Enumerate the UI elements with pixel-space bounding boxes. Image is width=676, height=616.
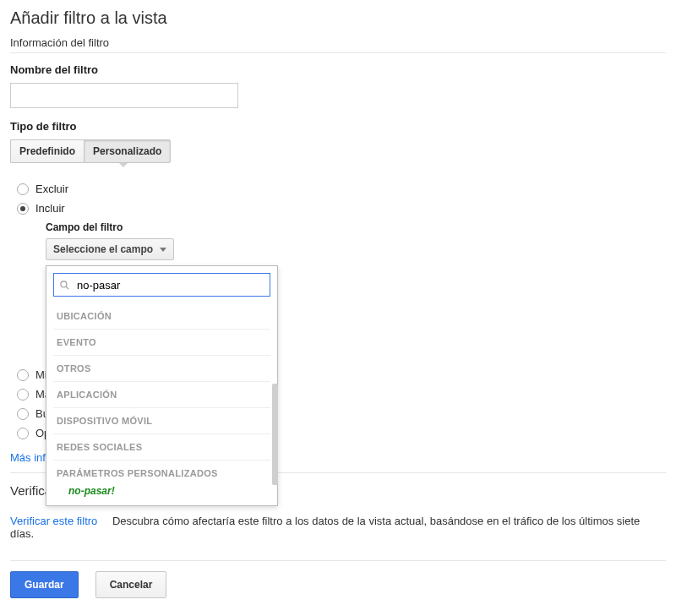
dropdown-group[interactable]: OTROS — [53, 356, 270, 382]
dropdown-group[interactable]: UBICACIÓN — [53, 303, 270, 330]
filter-name-input[interactable] — [10, 83, 238, 108]
filter-type-predefined[interactable]: Predefinido — [10, 139, 84, 163]
filter-field-dropdown-button[interactable]: Seleccione el campo — [46, 238, 174, 260]
dropdown-group[interactable]: EVENTO — [53, 330, 270, 356]
filter-field-label: Campo del filtro — [46, 221, 666, 233]
dropdown-search[interactable] — [53, 273, 270, 297]
svg-point-0 — [61, 281, 67, 286]
divider — [10, 52, 666, 53]
filter-field-dropdown-text: Seleccione el campo — [53, 243, 153, 255]
dropdown-search-input[interactable] — [75, 278, 264, 292]
radio-circle-icon — [17, 408, 29, 420]
save-button[interactable]: Guardar — [10, 571, 79, 598]
radio-include[interactable]: Incluir — [17, 202, 666, 215]
filter-field-dropdown-panel: UBICACIÓN EVENTO OTROS APLICACIÓN DISPOS… — [46, 265, 278, 506]
dropdown-group[interactable]: PARÁMETROS PERSONALIZADOS — [53, 461, 270, 480]
verify-filter-link[interactable]: Verificar este filtro — [10, 515, 97, 527]
radio-circle-icon — [17, 389, 29, 401]
filter-info-heading: Información del filtro — [10, 36, 666, 49]
dropdown-group[interactable]: DISPOSITIVO MÓVIL — [53, 408, 270, 434]
dropdown-match-item[interactable]: no-pasar! — [53, 480, 270, 500]
radio-circle-icon — [17, 183, 29, 195]
radio-include-label: Incluir — [35, 202, 65, 215]
radio-exclude-label: Excluir — [35, 183, 68, 195]
verify-description: Descubra cómo afectaría este filtro a lo… — [10, 515, 640, 540]
scrollbar-thumb[interactable] — [272, 384, 278, 485]
filter-type-label: Tipo de filtro — [10, 120, 666, 133]
search-icon — [59, 280, 70, 291]
radio-circle-icon — [17, 369, 29, 381]
dropdown-group[interactable]: REDES SOCIALES — [53, 434, 270, 461]
cancel-button[interactable]: Cancelar — [95, 571, 167, 598]
dropdown-group[interactable]: APLICACIÓN — [53, 382, 270, 408]
radio-exclude[interactable]: Excluir — [17, 183, 666, 195]
page-title: Añadir filtro a la vista — [10, 8, 666, 28]
chevron-down-icon — [160, 248, 166, 252]
filter-type-custom[interactable]: Personalizado — [84, 139, 171, 163]
svg-line-1 — [66, 286, 68, 289]
radio-circle-icon — [17, 428, 29, 439]
filter-type-toggle: Predefinido Personalizado — [10, 139, 666, 163]
filter-name-label: Nombre del filtro — [10, 63, 666, 76]
divider — [10, 560, 666, 561]
radio-circle-icon — [17, 203, 29, 215]
more-info-link[interactable]: Más inf — [10, 451, 46, 464]
